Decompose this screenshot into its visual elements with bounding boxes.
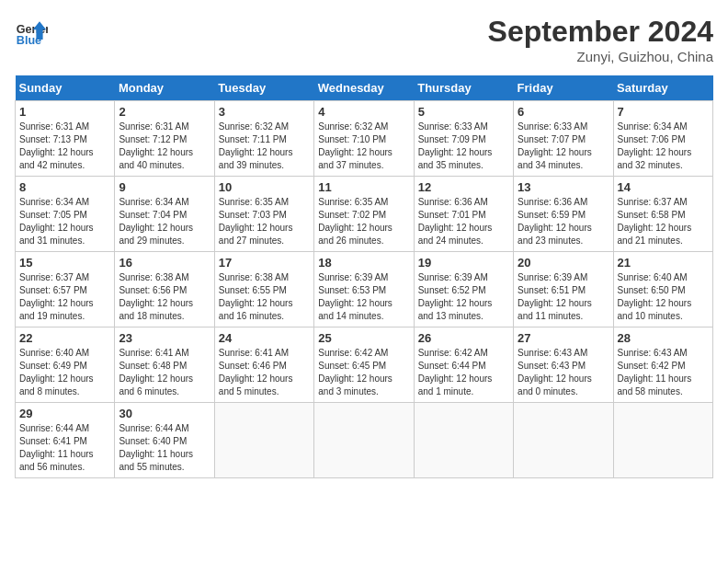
calendar-cell: 16Sunrise: 6:38 AMSunset: 6:56 PMDayligh…: [115, 252, 214, 327]
calendar-week-3: 22Sunrise: 6:40 AMSunset: 6:49 PMDayligh…: [16, 327, 713, 403]
calendar-cell: 11Sunrise: 6:35 AMSunset: 7:02 PMDayligh…: [314, 177, 414, 252]
calendar-cell: 20Sunrise: 6:39 AMSunset: 6:51 PMDayligh…: [514, 252, 613, 327]
day-number: 6: [518, 105, 609, 119]
day-number: 25: [318, 331, 409, 345]
cell-info: Sunrise: 6:31 AMSunset: 7:13 PMDaylight:…: [19, 121, 110, 172]
cell-info: Sunrise: 6:35 AMSunset: 7:03 PMDaylight:…: [219, 196, 310, 247]
calendar-table: SundayMondayTuesdayWednesdayThursdayFrid…: [15, 75, 713, 478]
day-header-thursday: Thursday: [414, 75, 513, 101]
calendar-cell: 9Sunrise: 6:34 AMSunset: 7:04 PMDaylight…: [115, 177, 214, 252]
calendar-cell: 26Sunrise: 6:42 AMSunset: 6:44 PMDayligh…: [414, 327, 513, 403]
day-number: 9: [119, 180, 210, 194]
cell-info: Sunrise: 6:44 AMSunset: 6:41 PMDaylight:…: [19, 422, 110, 474]
calendar-cell: 17Sunrise: 6:38 AMSunset: 6:55 PMDayligh…: [214, 252, 313, 327]
calendar-cell: 19Sunrise: 6:39 AMSunset: 6:52 PMDayligh…: [414, 252, 513, 327]
day-number: 14: [618, 180, 709, 194]
cell-info: Sunrise: 6:44 AMSunset: 6:40 PMDaylight:…: [119, 422, 210, 474]
day-number: 12: [418, 180, 509, 194]
cell-info: Sunrise: 6:35 AMSunset: 7:02 PMDaylight:…: [318, 196, 409, 247]
cell-info: Sunrise: 6:43 AMSunset: 6:43 PMDaylight:…: [518, 347, 609, 398]
calendar-cell: 22Sunrise: 6:40 AMSunset: 6:49 PMDayligh…: [16, 327, 115, 403]
day-number: 7: [618, 105, 709, 119]
day-number: 18: [318, 256, 409, 270]
calendar-cell: 24Sunrise: 6:41 AMSunset: 6:46 PMDayligh…: [214, 327, 313, 403]
day-number: 21: [618, 256, 709, 270]
calendar-week-1: 8Sunrise: 6:34 AMSunset: 7:05 PMDaylight…: [16, 177, 713, 252]
day-number: 1: [19, 105, 110, 119]
calendar-cell: 21Sunrise: 6:40 AMSunset: 6:50 PMDayligh…: [613, 252, 712, 327]
cell-info: Sunrise: 6:37 AMSunset: 6:58 PMDaylight:…: [618, 196, 709, 247]
day-number: 26: [418, 331, 509, 345]
calendar-header-row: SundayMondayTuesdayWednesdayThursdayFrid…: [16, 75, 713, 101]
cell-info: Sunrise: 6:32 AMSunset: 7:10 PMDaylight:…: [318, 121, 409, 172]
calendar-week-0: 1Sunrise: 6:31 AMSunset: 7:13 PMDaylight…: [16, 101, 713, 177]
calendar-cell: 25Sunrise: 6:42 AMSunset: 6:45 PMDayligh…: [314, 327, 414, 403]
day-number: 22: [19, 331, 110, 345]
day-number: 16: [119, 256, 210, 270]
page-header: General Blue September 2024 Zunyi, Guizh…: [15, 15, 713, 64]
calendar-cell: 7Sunrise: 6:34 AMSunset: 7:06 PMDaylight…: [613, 101, 712, 177]
calendar-cell: 15Sunrise: 6:37 AMSunset: 6:57 PMDayligh…: [16, 252, 115, 327]
calendar-cell: 10Sunrise: 6:35 AMSunset: 7:03 PMDayligh…: [214, 177, 313, 252]
day-header-saturday: Saturday: [613, 75, 712, 101]
cell-info: Sunrise: 6:31 AMSunset: 7:12 PMDaylight:…: [119, 121, 210, 172]
day-header-monday: Monday: [115, 75, 214, 101]
cell-info: Sunrise: 6:38 AMSunset: 6:55 PMDaylight:…: [219, 271, 310, 323]
calendar-cell: 4Sunrise: 6:32 AMSunset: 7:10 PMDaylight…: [314, 101, 414, 177]
day-number: 27: [518, 331, 609, 345]
cell-info: Sunrise: 6:40 AMSunset: 6:50 PMDaylight:…: [618, 271, 709, 323]
calendar-cell: 23Sunrise: 6:41 AMSunset: 6:48 PMDayligh…: [115, 327, 214, 403]
day-number: 13: [518, 180, 609, 194]
calendar-cell: 12Sunrise: 6:36 AMSunset: 7:01 PMDayligh…: [414, 177, 513, 252]
day-number: 28: [618, 331, 709, 345]
calendar-cell: 14Sunrise: 6:37 AMSunset: 6:58 PMDayligh…: [613, 177, 712, 252]
calendar-cell: 29Sunrise: 6:44 AMSunset: 6:41 PMDayligh…: [16, 403, 115, 478]
cell-info: Sunrise: 6:41 AMSunset: 6:46 PMDaylight:…: [219, 347, 310, 398]
cell-info: Sunrise: 6:34 AMSunset: 7:04 PMDaylight:…: [119, 196, 210, 247]
day-number: 23: [119, 331, 210, 345]
day-header-friday: Friday: [514, 75, 613, 101]
cell-info: Sunrise: 6:40 AMSunset: 6:49 PMDaylight:…: [19, 347, 110, 398]
calendar-cell: [613, 403, 712, 478]
cell-info: Sunrise: 6:42 AMSunset: 6:44 PMDaylight:…: [418, 347, 509, 398]
cell-info: Sunrise: 6:32 AMSunset: 7:11 PMDaylight:…: [219, 121, 310, 172]
calendar-week-2: 15Sunrise: 6:37 AMSunset: 6:57 PMDayligh…: [16, 252, 713, 327]
day-number: 17: [219, 256, 310, 270]
cell-info: Sunrise: 6:42 AMSunset: 6:45 PMDaylight:…: [318, 347, 409, 398]
calendar-cell: 13Sunrise: 6:36 AMSunset: 6:59 PMDayligh…: [514, 177, 613, 252]
calendar-body: 1Sunrise: 6:31 AMSunset: 7:13 PMDaylight…: [16, 101, 713, 478]
day-number: 10: [219, 180, 310, 194]
calendar-cell: 8Sunrise: 6:34 AMSunset: 7:05 PMDaylight…: [16, 177, 115, 252]
calendar-cell: 1Sunrise: 6:31 AMSunset: 7:13 PMDaylight…: [16, 101, 115, 177]
calendar-cell: [314, 403, 414, 478]
location: Zunyi, Guizhou, China: [488, 49, 713, 64]
cell-info: Sunrise: 6:33 AMSunset: 7:09 PMDaylight:…: [418, 121, 509, 172]
day-number: 2: [119, 105, 210, 119]
day-header-sunday: Sunday: [16, 75, 115, 101]
cell-info: Sunrise: 6:34 AMSunset: 7:06 PMDaylight:…: [618, 121, 709, 172]
cell-info: Sunrise: 6:43 AMSunset: 6:42 PMDaylight:…: [618, 347, 709, 398]
day-number: 20: [518, 256, 609, 270]
day-number: 4: [318, 105, 409, 119]
calendar-cell: 2Sunrise: 6:31 AMSunset: 7:12 PMDaylight…: [115, 101, 214, 177]
cell-info: Sunrise: 6:41 AMSunset: 6:48 PMDaylight:…: [119, 347, 210, 398]
logo: General Blue: [15, 15, 48, 48]
cell-info: Sunrise: 6:39 AMSunset: 6:53 PMDaylight:…: [318, 271, 409, 323]
calendar-cell: [414, 403, 513, 478]
calendar-cell: 5Sunrise: 6:33 AMSunset: 7:09 PMDaylight…: [414, 101, 513, 177]
cell-info: Sunrise: 6:36 AMSunset: 7:01 PMDaylight:…: [418, 196, 509, 247]
calendar-cell: 3Sunrise: 6:32 AMSunset: 7:11 PMDaylight…: [214, 101, 313, 177]
cell-info: Sunrise: 6:38 AMSunset: 6:56 PMDaylight:…: [119, 271, 210, 323]
day-number: 24: [219, 331, 310, 345]
calendar-week-4: 29Sunrise: 6:44 AMSunset: 6:41 PMDayligh…: [16, 403, 713, 478]
day-header-tuesday: Tuesday: [214, 75, 313, 101]
day-number: 30: [119, 407, 210, 420]
calendar-cell: 28Sunrise: 6:43 AMSunset: 6:42 PMDayligh…: [613, 327, 712, 403]
day-number: 5: [418, 105, 509, 119]
day-number: 29: [19, 407, 110, 420]
calendar-cell: 18Sunrise: 6:39 AMSunset: 6:53 PMDayligh…: [314, 252, 414, 327]
cell-info: Sunrise: 6:39 AMSunset: 6:52 PMDaylight:…: [418, 271, 509, 323]
cell-info: Sunrise: 6:36 AMSunset: 6:59 PMDaylight:…: [518, 196, 609, 247]
cell-info: Sunrise: 6:33 AMSunset: 7:07 PMDaylight:…: [518, 121, 609, 172]
calendar-cell: 30Sunrise: 6:44 AMSunset: 6:40 PMDayligh…: [115, 403, 214, 478]
